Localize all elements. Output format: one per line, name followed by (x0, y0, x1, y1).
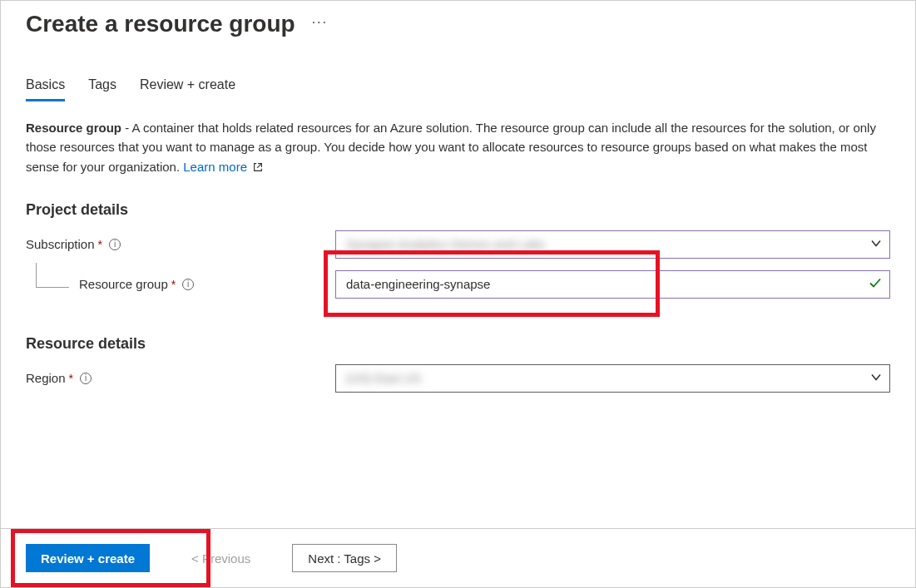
subscription-value: Synapse Analytics Demos and Labs (346, 237, 545, 251)
required-indicator: * (98, 238, 102, 251)
region-value: (US) East US (346, 371, 421, 385)
next-button[interactable]: Next : Tags > (292, 544, 397, 572)
required-indicator: * (171, 278, 176, 291)
required-indicator: * (69, 372, 73, 385)
tab-review-create[interactable]: Review + create (140, 77, 235, 101)
region-label: Region (26, 371, 66, 385)
project-details-header: Project details (26, 201, 890, 219)
subscription-label: Subscription (26, 237, 95, 251)
review-create-button[interactable]: Review + create (26, 544, 150, 572)
tabs-bar: Basics Tags Review + create (26, 77, 890, 101)
footer-bar: Review + create < Previous Next : Tags > (1, 528, 915, 587)
external-link-icon (252, 159, 264, 178)
indent-line (36, 263, 69, 288)
previous-button: < Previous (176, 544, 265, 572)
info-icon[interactable]: i (109, 239, 121, 250)
resource-details-header: Resource details (26, 335, 890, 353)
page-title: Create a resource group (26, 11, 295, 37)
description-text: Resource group - A container that holds … (26, 118, 890, 178)
tab-basics[interactable]: Basics (26, 77, 65, 101)
region-dropdown[interactable]: (US) East US (335, 364, 890, 393)
learn-more-link[interactable]: Learn more (183, 160, 247, 174)
info-icon[interactable]: i (182, 279, 194, 290)
description-body: - A container that holds related resourc… (26, 121, 876, 174)
description-bold: Resource group (26, 121, 121, 135)
subscription-dropdown[interactable]: Synapse Analytics Demos and Labs (335, 230, 890, 259)
more-actions-icon[interactable]: ··· (312, 15, 328, 33)
info-icon[interactable]: i (80, 373, 92, 384)
tab-tags[interactable]: Tags (88, 77, 116, 101)
resource-group-input[interactable] (335, 270, 890, 299)
resource-group-label: Resource group (79, 277, 168, 291)
